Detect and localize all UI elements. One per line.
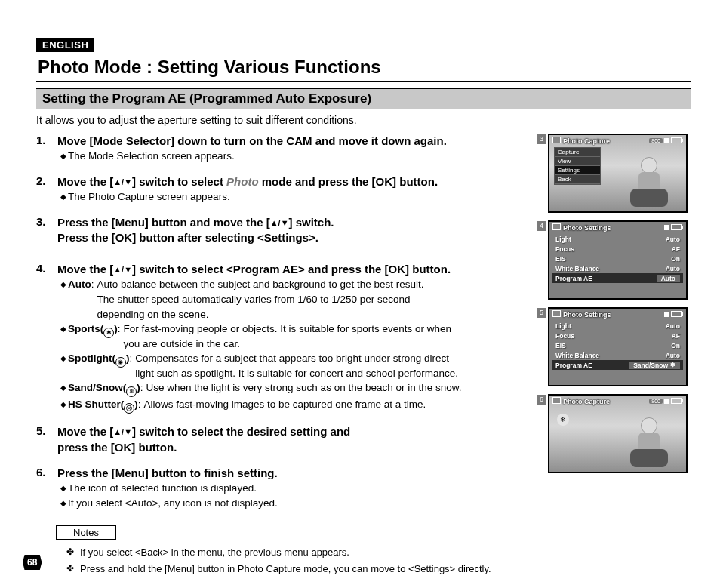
- photo-mode-term: Photo: [226, 175, 259, 188]
- screen-4-block: 4 Photo Settings LightAuto FocusAF EISOn…: [548, 220, 691, 300]
- step-5-part-a: Move the [: [57, 425, 113, 438]
- screen-3-thumb: Photo Capture 800 Capture View Settings …: [548, 134, 688, 213]
- screenshots-column: 3 Photo Capture 800 Capture View Setting…: [548, 134, 691, 577]
- child-illustration: [627, 414, 672, 467]
- step-2-sub-text: The Photo Capture screen appears.: [68, 191, 230, 202]
- s4-hl-v: Auto: [657, 275, 680, 282]
- screen-6-number: 6: [537, 395, 546, 405]
- screen-4-thumb: Photo Settings LightAuto FocusAF EISOn W…: [548, 220, 688, 300]
- s4-r3-v: Auto: [666, 265, 680, 272]
- notes-heading: Notes: [56, 525, 116, 540]
- menu-back: Back: [555, 175, 600, 184]
- option-sand-label: Sand/Snow(: [68, 382, 126, 393]
- step-6-sub2-text: If you select <Auto>, any icon is not di…: [68, 497, 278, 509]
- battery-icon: [671, 398, 682, 404]
- instructions-column: Move [Mode Selector] down to turn on the…: [36, 134, 534, 577]
- option-spotlight-desc2: light such as spotlight. It is suitable …: [135, 368, 458, 379]
- note-1-text: If you select <Back> in the menu, the pr…: [80, 546, 349, 558]
- screen-6-header: Photo Capture: [563, 398, 610, 405]
- option-auto-desc2: The shutter speed automatically varies f…: [97, 294, 411, 305]
- step-3-line2: Press the [OK] button after selecting <S…: [57, 230, 534, 245]
- option-hs-shutter: ◆HS Shutter(⨂): Allows fast-moving image…: [57, 397, 534, 414]
- language-badge: ENGLISH: [36, 38, 94, 52]
- stop-icon: [664, 399, 669, 404]
- option-sports-desc1: For fast-moving people or objects. It is…: [124, 323, 451, 334]
- screen-3-block: 3 Photo Capture 800 Capture View Setting…: [548, 134, 691, 213]
- battery-icon: [671, 224, 682, 230]
- option-spotlight-label: Spotlight(: [68, 352, 115, 364]
- up-down-arrow-icon: ▲/▼: [113, 265, 132, 274]
- s4-r0-k: Light: [555, 236, 571, 243]
- page-title: Photo Mode : Setting Various Functions: [36, 52, 691, 82]
- step-1: Move [Mode Selector] down to turn on the…: [36, 134, 534, 164]
- option-sports-desc2: you are outside in the car.: [124, 338, 241, 349]
- screen-6-block: 6 Photo Capture 800 ❄: [548, 394, 691, 473]
- option-hs-label: HS Shutter(: [68, 399, 124, 410]
- camera-icon: [552, 223, 561, 230]
- note-2: ✤Press and hold the [Menu] button in Pho…: [66, 561, 534, 577]
- s5-hl-v: Sand/Snow❄: [629, 362, 680, 369]
- step-6: Press the [Menu] button to finish settin…: [36, 466, 534, 510]
- camera-icon: [552, 397, 561, 404]
- step-6-main: Press the [Menu] button to finish settin…: [57, 466, 534, 481]
- sand-snow-icon: ❄: [126, 386, 137, 397]
- s4-r1-k: Focus: [555, 245, 574, 253]
- page-number-badge: 68: [23, 555, 42, 570]
- step-5: Move the [▲/▼] switch to select the desi…: [36, 424, 534, 455]
- battery-icon: [671, 311, 682, 317]
- s5-r1-k: Focus: [555, 332, 574, 340]
- battery-icon: [671, 137, 682, 143]
- option-spotlight: ◆Spotlight(◉): Compensates for a subject…: [57, 351, 534, 380]
- s5-r2-k: EIS: [555, 342, 566, 349]
- screen-5-number: 5: [537, 308, 546, 318]
- hs-shutter-icon: ⨂: [124, 403, 134, 414]
- step-2-part-c: mode and press the [OK] button.: [259, 175, 438, 188]
- step-2: Move the [▲/▼] switch to select Photo mo…: [36, 174, 534, 205]
- step-2-sub: ◆The Photo Capture screen appears.: [57, 189, 534, 205]
- s4-r1-v: AF: [672, 245, 680, 253]
- screen-4-header: Photo Settings: [563, 224, 611, 232]
- screen-6-thumb: Photo Capture 800 ❄: [548, 394, 688, 473]
- menu-view: View: [555, 157, 600, 166]
- option-sports-label: Sports(: [68, 323, 103, 334]
- resolution-badge: 800: [649, 138, 663, 143]
- step-5-line1: Move the [▲/▼] switch to select the desi…: [57, 424, 534, 439]
- section-subtitle: Setting the Program AE (Programmed Auto …: [36, 88, 691, 109]
- up-down-arrow-icon: ▲/▼: [113, 177, 132, 186]
- step-3-part-a: Press the [Menu] button and move the [: [57, 216, 270, 229]
- screen-4-number: 4: [537, 221, 546, 231]
- s5-r0-k: Light: [555, 322, 571, 330]
- screen-3-number: 3: [537, 134, 546, 144]
- note-2-text: Press and hold the [Menu] button in Phot…: [80, 563, 491, 574]
- step-4-part-b: ] switch to select <Program AE> and pres…: [132, 263, 451, 276]
- step-5-line2: press the [OK] button.: [57, 440, 534, 455]
- stop-icon: [664, 225, 669, 230]
- step-4: Move the [▲/▼] switch to select <Program…: [36, 262, 534, 414]
- option-auto-desc1: Auto balance between the subject and bac…: [97, 279, 424, 290]
- step-1-sub: ◆The Mode Selection screen appears.: [57, 149, 534, 164]
- resolution-badge: 800: [649, 399, 663, 404]
- step-4-main: Move the [▲/▼] switch to select <Program…: [57, 262, 534, 277]
- option-auto: ◆Auto: Auto balance between the subject …: [57, 277, 534, 322]
- screen-5-header: Photo Settings: [563, 311, 611, 319]
- step-3: Press the [Menu] button and move the [▲/…: [36, 215, 534, 246]
- spotlight-icon: ◉: [115, 357, 126, 368]
- step-6-sub1-text: The icon of selected function is display…: [68, 482, 257, 494]
- step-5-part-b: ] switch to select the desired setting a…: [132, 425, 350, 438]
- child-illustration: [627, 154, 672, 207]
- menu-capture: Capture: [555, 148, 600, 157]
- option-sand-snow: ◆Sand/Snow(❄): Use when the light is ver…: [57, 380, 534, 397]
- note-1: ✤If you select <Back> in the menu, the p…: [66, 544, 534, 561]
- menu-settings: Settings: [555, 166, 600, 175]
- screen-4-list: LightAuto FocusAF EISOn White BalanceAut…: [552, 234, 683, 283]
- camera-icon: [552, 310, 561, 317]
- step-3-line1: Press the [Menu] button and move the [▲/…: [57, 215, 534, 230]
- screen-5-thumb: Photo Settings LightAuto FocusAF EISOn W…: [548, 307, 688, 386]
- screen-5-block: 5 Photo Settings LightAuto FocusAF EISOn…: [548, 307, 691, 386]
- option-spotlight-desc1: Compensates for a subject that appears t…: [135, 352, 449, 364]
- s5-r2-v: On: [671, 342, 680, 349]
- sports-icon: ✱: [103, 328, 114, 338]
- s4-r3-k: White Balance: [555, 265, 599, 272]
- s4-r2-k: EIS: [555, 255, 566, 263]
- up-down-arrow-icon: ▲/▼: [270, 218, 289, 227]
